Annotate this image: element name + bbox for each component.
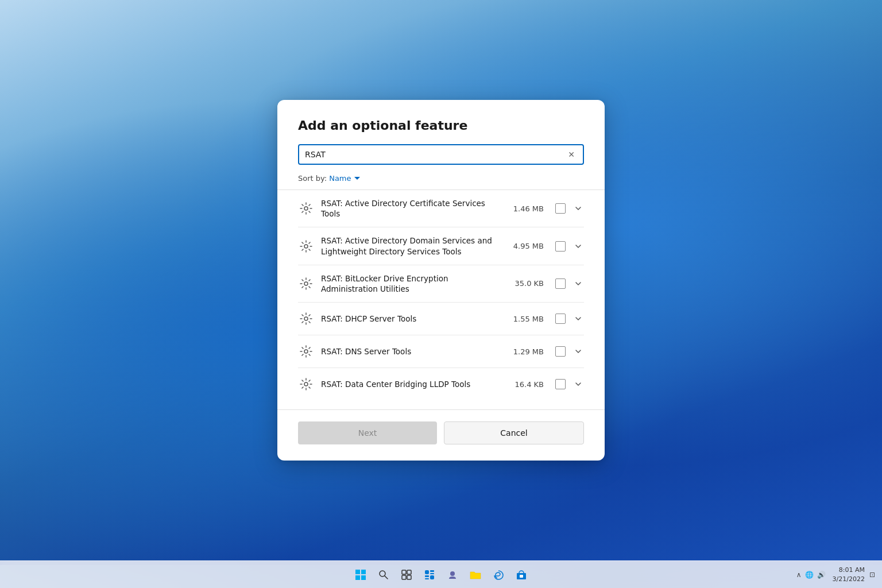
taskbar-taskview-button[interactable] xyxy=(396,564,417,585)
taskbar-fileexplorer-button[interactable] xyxy=(465,564,486,585)
feature-gear-icon xyxy=(298,311,314,327)
feature-item: RSAT: DNS Server Tools 1.29 MB xyxy=(298,335,584,368)
feature-name: RSAT: DHCP Server Tools xyxy=(321,314,502,324)
svg-rect-19 xyxy=(425,575,429,577)
feature-gear-icon xyxy=(298,200,314,216)
feature-checkbox[interactable] xyxy=(555,203,566,214)
svg-rect-17 xyxy=(430,570,434,572)
taskbar: ∧ 🌐 🔊 8:01 AM 3/21/2022 ⊡ xyxy=(0,560,882,588)
svg-line-11 xyxy=(385,576,388,579)
taskbar-time-value: 8:01 AM xyxy=(833,566,865,574)
feature-gear-icon xyxy=(298,376,314,392)
taskbar-center xyxy=(350,564,532,585)
feature-item: RSAT: Data Center Bridging LLDP Tools 16… xyxy=(298,368,584,400)
dialog-overlay: Add an optional feature ✕ Sort by: Name … xyxy=(0,0,882,560)
feature-checkbox[interactable] xyxy=(555,314,566,324)
feature-checkbox[interactable] xyxy=(555,346,566,357)
feature-size: 1.55 MB xyxy=(509,315,544,323)
svg-point-3 xyxy=(304,317,308,320)
taskbar-start-button[interactable] xyxy=(350,564,371,585)
sort-label: Sort by: xyxy=(298,174,327,183)
sort-row: Sort by: Name xyxy=(298,174,584,183)
feature-name: RSAT: DNS Server Tools xyxy=(321,346,502,357)
feature-item: RSAT: Active Directory Certificate Servi… xyxy=(298,190,584,227)
feature-item: RSAT: Active Directory Domain Services a… xyxy=(298,227,584,265)
feature-item: RSAT: BitLocker Drive Encryption Adminis… xyxy=(298,265,584,303)
svg-rect-14 xyxy=(402,575,406,579)
svg-point-22 xyxy=(450,571,455,576)
svg-point-2 xyxy=(304,282,308,285)
svg-rect-24 xyxy=(520,575,523,578)
svg-rect-9 xyxy=(361,575,366,580)
feature-checkbox[interactable] xyxy=(555,379,566,389)
taskbar-store-button[interactable] xyxy=(511,564,532,585)
svg-rect-13 xyxy=(407,570,411,574)
sort-value[interactable]: Name xyxy=(329,174,359,183)
feature-expand-icon[interactable] xyxy=(572,378,584,390)
svg-rect-21 xyxy=(430,575,434,579)
taskbar-date-value: 3/21/2022 xyxy=(833,575,865,583)
feature-checkbox[interactable] xyxy=(555,241,566,252)
feature-gear-icon xyxy=(298,238,314,254)
taskbar-clock[interactable]: 8:01 AM 3/21/2022 xyxy=(833,566,865,583)
svg-point-4 xyxy=(304,350,308,353)
svg-rect-18 xyxy=(430,573,434,574)
taskbar-edge-button[interactable] xyxy=(488,564,509,585)
feature-size: 1.29 MB xyxy=(509,347,544,356)
next-button[interactable]: Next xyxy=(298,421,437,444)
feature-item: RSAT: DHCP Server Tools 1.55 MB xyxy=(298,303,584,335)
taskbar-search-button[interactable] xyxy=(373,564,394,585)
button-row: Next Cancel xyxy=(298,421,584,444)
cancel-button[interactable]: Cancel xyxy=(444,421,584,444)
feature-size: 35.0 KB xyxy=(509,279,544,288)
taskbar-right: ∧ 🌐 🔊 8:01 AM 3/21/2022 ⊡ xyxy=(796,566,875,583)
taskbar-widgets-button[interactable] xyxy=(419,564,440,585)
volume-icon[interactable]: 🔊 xyxy=(817,571,826,579)
svg-point-1 xyxy=(304,245,308,248)
svg-rect-7 xyxy=(361,570,366,574)
feature-expand-icon[interactable] xyxy=(572,346,584,357)
feature-expand-icon[interactable] xyxy=(572,241,584,252)
svg-point-5 xyxy=(304,382,308,386)
svg-rect-20 xyxy=(425,578,429,579)
feature-list: RSAT: Active Directory Certificate Servi… xyxy=(298,190,584,400)
chevron-up-icon[interactable]: ∧ xyxy=(796,571,802,579)
svg-rect-15 xyxy=(407,575,411,579)
search-box: ✕ xyxy=(298,144,584,165)
svg-rect-8 xyxy=(355,575,360,580)
feature-gear-icon xyxy=(298,276,314,292)
feature-expand-icon[interactable] xyxy=(572,203,584,214)
feature-size: 4.95 MB xyxy=(509,242,544,250)
dialog-title: Add an optional feature xyxy=(298,118,584,133)
feature-name: RSAT: Active Directory Certificate Servi… xyxy=(321,198,502,219)
feature-name: RSAT: Active Directory Domain Services a… xyxy=(321,235,502,256)
list-bottom-divider xyxy=(277,409,605,410)
feature-checkbox[interactable] xyxy=(555,278,566,289)
feature-expand-icon[interactable] xyxy=(572,278,584,289)
taskbar-chat-button[interactable] xyxy=(442,564,463,585)
svg-rect-12 xyxy=(402,570,406,574)
svg-rect-6 xyxy=(355,570,360,574)
feature-size: 16.4 KB xyxy=(509,380,544,389)
feature-size: 1.46 MB xyxy=(509,204,544,213)
taskbar-sys-icons: ∧ 🌐 🔊 xyxy=(796,571,826,579)
notification-icon[interactable]: ⊡ xyxy=(869,571,875,579)
search-input[interactable] xyxy=(305,150,566,159)
svg-rect-16 xyxy=(425,570,429,574)
feature-name: RSAT: BitLocker Drive Encryption Adminis… xyxy=(321,273,502,294)
feature-expand-icon[interactable] xyxy=(572,313,584,324)
add-optional-feature-dialog: Add an optional feature ✕ Sort by: Name … xyxy=(277,100,605,461)
feature-name: RSAT: Data Center Bridging LLDP Tools xyxy=(321,379,502,389)
feature-gear-icon xyxy=(298,343,314,359)
network-icon[interactable]: 🌐 xyxy=(805,571,814,579)
svg-point-0 xyxy=(304,207,308,210)
search-clear-icon[interactable]: ✕ xyxy=(566,149,577,160)
